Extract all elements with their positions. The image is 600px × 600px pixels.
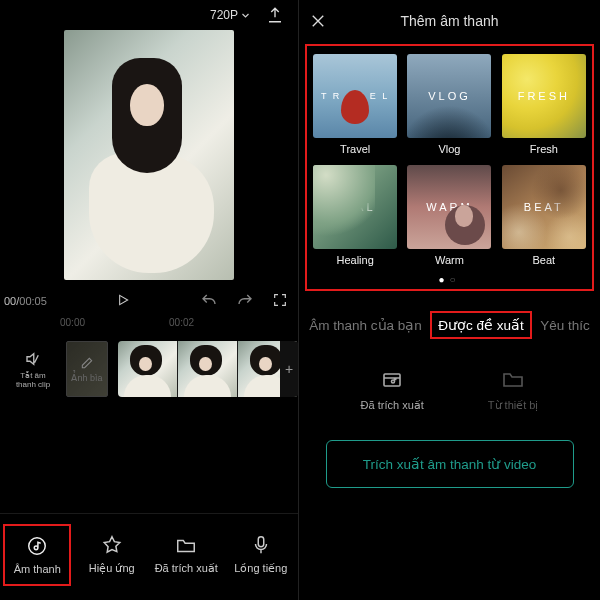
extract-audio-button[interactable]: Trích xuất âm thanh từ video (326, 440, 574, 488)
category-overlay: T R A V E L (321, 91, 389, 101)
timeline-ruler: 00:00 00:02 (0, 317, 298, 333)
category-overlay: HEAL (335, 201, 376, 213)
ruler-tick: 00:02 (169, 317, 194, 333)
redo-icon[interactable] (236, 292, 254, 310)
add-sound-title: Thêm âm thanh (299, 13, 600, 29)
export-icon[interactable] (266, 6, 284, 24)
sound-category-travel[interactable]: T R A V E L Travel (313, 54, 397, 155)
category-label: Beat (533, 254, 556, 266)
svg-rect-1 (258, 537, 264, 547)
sound-source-row: Đã trích xuất Từ thiết bị (299, 367, 600, 412)
editor-topbar: 720P (0, 0, 298, 30)
category-label: Warm (435, 254, 464, 266)
fullscreen-icon[interactable] (272, 292, 288, 308)
close-icon[interactable] (309, 12, 327, 30)
star-icon (101, 534, 123, 556)
plus-icon: + (285, 361, 293, 377)
folder-icon (501, 367, 525, 391)
tool-extracted[interactable]: Đã trích xuất (152, 524, 220, 586)
sound-tabs: Âm thanh của bạn Được đề xuất Yêu thíc (299, 311, 600, 339)
category-overlay: WARM (426, 201, 472, 213)
playback-controls: 00/00:05 (0, 285, 298, 317)
add-clip-button[interactable]: + (280, 341, 298, 397)
timecode: 00/00:05 (0, 295, 47, 307)
microphone-icon (250, 534, 272, 556)
add-sound-panel: Thêm âm thanh T R A V E L Travel VLOG Vl… (298, 0, 600, 600)
sound-category-warm[interactable]: WARM Warm (407, 165, 491, 266)
tool-label: Đã trích xuất (155, 562, 218, 575)
resolution-selector[interactable]: 720P (210, 8, 250, 22)
source-label: Từ thiết bị (488, 399, 539, 412)
tool-label: Hiệu ứng (89, 562, 135, 575)
tool-label: Âm thanh (14, 563, 61, 575)
chevron-down-icon (241, 11, 250, 20)
tool-audio[interactable]: Âm thanh (3, 524, 71, 586)
tool-label: Lồng tiếng (234, 562, 287, 575)
editor-panel: 720P 00/00:05 00:00 00:02 Tắt âm (0, 0, 298, 600)
category-overlay: VLOG (428, 90, 471, 102)
tab-your-sounds[interactable]: Âm thanh của bạn (301, 311, 430, 339)
sound-category-vlog[interactable]: VLOG Vlog (407, 54, 491, 155)
time-current: 00/ (4, 295, 19, 307)
tab-favorites[interactable]: Yêu thíc (532, 312, 598, 339)
edit-icon (80, 356, 94, 370)
time-total: 00:05 (19, 295, 47, 307)
mute-clip-label: Tắt âm thanh clip (10, 371, 56, 389)
ruler-tick: 00:00 (60, 317, 85, 333)
sound-category-healing[interactable]: HEAL Healing (313, 165, 397, 266)
category-label: Travel (340, 143, 370, 155)
speaker-off-icon (24, 350, 42, 368)
play-button[interactable] (47, 292, 200, 310)
pagination-dots[interactable]: ●○ (313, 274, 586, 285)
category-label: Vlog (438, 143, 460, 155)
source-from-device[interactable]: Từ thiết bị (488, 367, 539, 412)
category-overlay: BEAT (524, 201, 564, 213)
undo-icon[interactable] (200, 292, 218, 310)
cover-label: Ảnh bìa (71, 373, 102, 383)
cover-thumbnail-button[interactable]: Ảnh bìa (66, 341, 108, 397)
folder-icon (175, 534, 197, 556)
editor-bottombar: Âm thanh Hiệu ứng Đã trích xuất Lồng tiế… (0, 513, 298, 597)
category-label: Fresh (530, 143, 558, 155)
category-overlay: FRESH (518, 90, 570, 102)
sound-category-section: T R A V E L Travel VLOG Vlog FRESH Fresh… (305, 44, 594, 291)
tool-voiceover[interactable]: Lồng tiếng (227, 524, 295, 586)
video-clip[interactable]: + (118, 341, 298, 397)
category-label: Healing (337, 254, 374, 266)
source-extracted[interactable]: Đã trích xuất (361, 367, 424, 412)
preview-frame (64, 30, 234, 280)
resolution-label: 720P (210, 8, 238, 22)
tab-recommended[interactable]: Được đề xuất (430, 311, 532, 339)
timeline[interactable]: Tắt âm thanh clip Ảnh bìa + (0, 333, 298, 405)
add-sound-header: Thêm âm thanh (299, 0, 600, 42)
music-note-icon (26, 535, 48, 557)
tool-effects[interactable]: Hiệu ứng (78, 524, 146, 586)
sound-category-beat[interactable]: BEAT Beat (502, 165, 586, 266)
extract-audio-label: Trích xuất âm thanh từ video (363, 456, 537, 472)
sound-category-fresh[interactable]: FRESH Fresh (502, 54, 586, 155)
mute-clip-button[interactable]: Tắt âm thanh clip (10, 350, 56, 389)
extract-audio-icon (380, 367, 404, 391)
video-preview[interactable] (0, 30, 298, 285)
source-label: Đã trích xuất (361, 399, 424, 412)
